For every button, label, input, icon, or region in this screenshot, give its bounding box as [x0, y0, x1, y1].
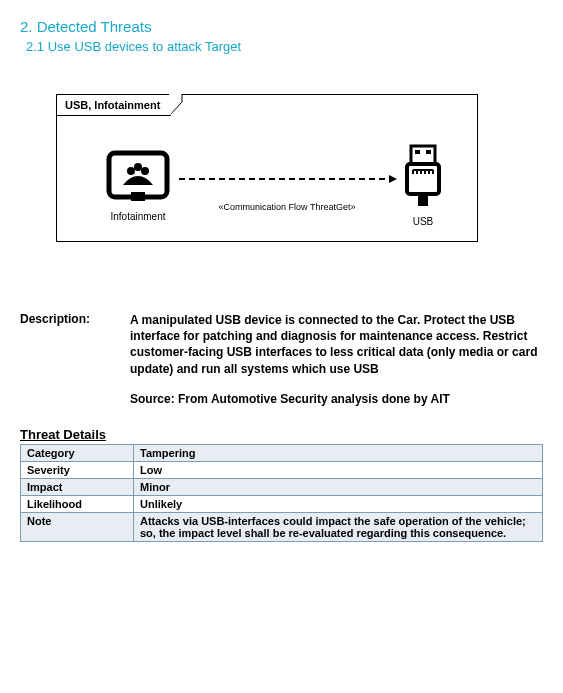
cell-val: Low — [134, 461, 543, 478]
infotainment-node: Infotainment — [105, 149, 171, 222]
cell-key: Impact — [21, 478, 134, 495]
svg-rect-19 — [418, 194, 428, 206]
usb-node: USB — [403, 144, 443, 227]
svg-point-4 — [127, 167, 135, 175]
svg-point-5 — [141, 167, 149, 175]
usb-icon — [403, 144, 443, 210]
description-text: A manipulated USB device is connected to… — [130, 312, 543, 377]
svg-rect-10 — [426, 150, 431, 154]
svg-rect-7 — [131, 192, 145, 201]
section-heading: 2. Detected Threats — [20, 18, 543, 35]
flow-label: «Communication Flow ThreatGet» — [219, 202, 356, 212]
svg-rect-11 — [407, 164, 439, 194]
infotainment-icon — [105, 149, 171, 205]
threat-details-table: Category Tampering Severity Low Impact M… — [20, 444, 543, 542]
description-label: Description: — [20, 312, 130, 407]
svg-line-1 — [169, 102, 182, 116]
cell-key: Likelihood — [21, 495, 134, 512]
tab-corner-icon — [169, 94, 183, 117]
cell-val: Minor — [134, 478, 543, 495]
cell-val: Unlikely — [134, 495, 543, 512]
cell-key: Severity — [21, 461, 134, 478]
cell-val: Attacks via USB-interfaces could impact … — [134, 512, 543, 541]
table-row: Likelihood Unlikely — [21, 495, 543, 512]
flow-arrow: «Communication Flow ThreatGet» — [171, 178, 403, 212]
cell-key: Category — [21, 444, 134, 461]
svg-rect-9 — [415, 150, 420, 154]
table-row: Severity Low — [21, 461, 543, 478]
table-row: Note Attacks via USB-interfaces could im… — [21, 512, 543, 541]
threat-details-heading: Threat Details — [20, 427, 543, 442]
cell-val: Tampering — [134, 444, 543, 461]
infotainment-label: Infotainment — [110, 211, 165, 222]
threat-diagram: USB, Infotainment Infotainment «Communic… — [56, 94, 478, 242]
table-row: Category Tampering — [21, 444, 543, 461]
table-row: Impact Minor — [21, 478, 543, 495]
diagram-tab: USB, Infotainment — [56, 95, 171, 116]
cell-key: Note — [21, 512, 134, 541]
dashed-arrow-icon — [179, 178, 395, 180]
svg-rect-8 — [411, 146, 435, 164]
description-block: Description: A manipulated USB device is… — [20, 312, 543, 407]
usb-label: USB — [413, 216, 434, 227]
svg-rect-3 — [109, 153, 167, 197]
description-source: Source: From Automotive Security analysi… — [130, 391, 543, 407]
subsection-heading: 2.1 Use USB devices to attack Target — [26, 39, 543, 54]
svg-point-6 — [134, 163, 142, 171]
diagram-tab-label: USB, Infotainment — [65, 99, 160, 111]
